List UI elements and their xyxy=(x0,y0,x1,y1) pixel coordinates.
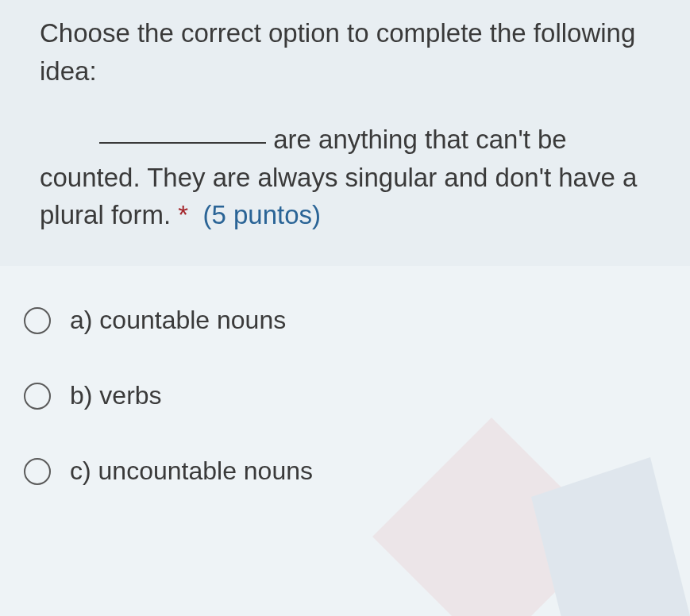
option-label: a) countable nouns xyxy=(70,306,286,335)
points-label: (5 puntos) xyxy=(202,200,321,229)
fill-blank xyxy=(99,142,266,144)
radio-icon xyxy=(24,458,51,485)
option-c[interactable]: c) uncountable nouns xyxy=(24,456,650,486)
question-text: Choose the correct option to complete th… xyxy=(40,14,650,234)
question-intro: Choose the correct option to complete th… xyxy=(40,18,635,86)
question-header: Choose the correct option to complete th… xyxy=(0,0,690,266)
required-asterisk: * xyxy=(178,200,188,229)
option-b[interactable]: b) verbs xyxy=(24,381,650,410)
option-label: b) verbs xyxy=(70,381,162,410)
options-group: a) countable nouns b) verbs c) uncountab… xyxy=(0,266,690,486)
option-a[interactable]: a) countable nouns xyxy=(24,306,650,335)
radio-icon xyxy=(24,307,51,334)
question-sentence: are anything that can't be counted. They… xyxy=(40,125,637,230)
option-label: c) uncountable nouns xyxy=(70,456,313,486)
radio-icon xyxy=(24,383,51,410)
